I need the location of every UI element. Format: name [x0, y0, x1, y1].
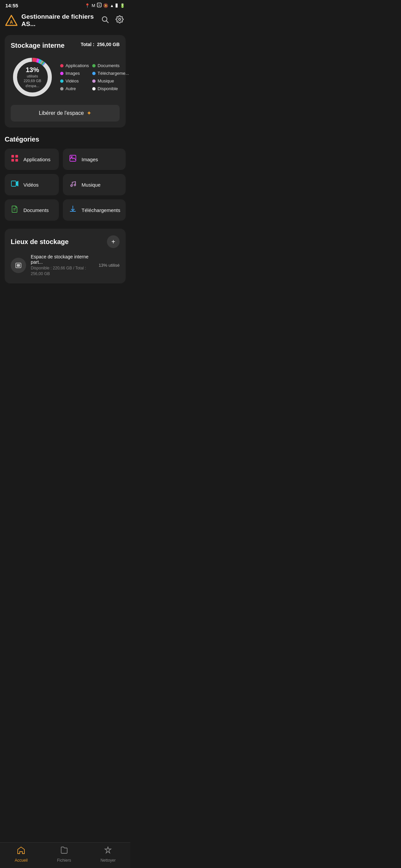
legend-label: Autre [65, 86, 76, 91]
nfc-icon: N [97, 3, 102, 8]
category-label: Documents [23, 207, 49, 213]
category-icon [10, 205, 19, 215]
storage-total: Total : 256,00 GB [81, 42, 120, 47]
categories-title: Catégories [5, 135, 126, 143]
battery-icon: 🔋 [120, 3, 125, 8]
app-title: Gestionnaire de fichiers AS... [21, 13, 95, 28]
status-icons: 📍 M N 🔕 ▲ ▊ 🔋 [85, 3, 125, 8]
settings-button[interactable] [114, 14, 125, 27]
categories-section: Catégories Applications Images [5, 135, 126, 221]
category-documents[interactable]: Documents [5, 199, 59, 221]
legend-dot [60, 72, 63, 75]
category-label: Images [82, 157, 98, 162]
legend-item: Musique [92, 79, 129, 84]
mute-icon: 🔕 [103, 3, 108, 8]
location-usage: 13% utilisé [98, 263, 120, 268]
legend-label: Téléchargeme... [97, 71, 129, 76]
svg-rect-22 [11, 181, 16, 186]
category-label: Vidéos [23, 182, 39, 188]
legend-item: Documents [92, 63, 129, 68]
legend-label: Disponible [97, 86, 118, 91]
svg-rect-18 [11, 159, 14, 162]
category-label: Applications [23, 157, 51, 162]
storage-locations-card: Lieux de stockage + Espace de stockage i… [5, 229, 126, 283]
svg-rect-16 [11, 155, 14, 158]
storage-body: 13% utilisés 220,69 GB d'espa... Applica… [11, 55, 120, 99]
sparkle-icon: ✦ [87, 110, 91, 117]
free-space-label: Libérer de l'espace [39, 110, 84, 116]
add-location-button[interactable]: + [107, 235, 120, 248]
svg-point-25 [74, 184, 76, 186]
status-time: 14:55 [5, 3, 18, 8]
storage-card: Stockage interne Total : 256,00 GB [5, 35, 126, 127]
svg-rect-29 [17, 265, 20, 267]
legend-dot [92, 72, 95, 75]
mail-icon: M [91, 3, 95, 8]
legend-label: Images [65, 71, 80, 76]
legend-dot [60, 87, 63, 90]
legend-dot [60, 80, 63, 83]
storage-card-title: Stockage interne [11, 42, 64, 50]
svg-point-24 [71, 185, 73, 187]
category-images[interactable]: Images [63, 149, 126, 170]
app-bar: A Gestionnaire de fichiers AS... [0, 10, 130, 31]
location-sub: Disponible : 220,66 GB / Total : 256,00 … [31, 266, 94, 277]
donut-center-text: 13% utilisés 220,69 GB d'espa... [22, 66, 44, 88]
legend-label: Vidéos [65, 79, 79, 84]
category-icon [10, 180, 19, 189]
svg-marker-23 [16, 181, 18, 186]
search-button[interactable] [99, 14, 110, 27]
legend-dot [92, 80, 95, 83]
category-icon [68, 205, 78, 215]
category-applications[interactable]: Applications [5, 149, 59, 170]
app-logo: A [5, 14, 18, 26]
main-content: Stockage interne Total : 256,00 GB [0, 31, 130, 317]
svg-rect-19 [16, 159, 18, 162]
category-téléchargements[interactable]: Téléchargements [63, 199, 126, 221]
locations-header: Lieux de stockage + [11, 235, 120, 248]
legend-grid: Applications Documents Images Télécharge… [60, 63, 129, 91]
legend-label: Musique [97, 79, 114, 84]
category-icon [68, 155, 78, 164]
locations-title: Lieux de stockage [11, 238, 68, 246]
svg-line-5 [107, 21, 109, 23]
free-space-button[interactable]: Libérer de l'espace ✦ [11, 105, 120, 122]
legend-item: Téléchargeme... [92, 71, 129, 76]
legend-item: Vidéos [60, 79, 89, 84]
legend-item: Disponible [92, 86, 129, 91]
legend-dot [92, 87, 95, 90]
svg-text:A: A [10, 19, 13, 25]
categories-grid: Applications Images Vidéos [5, 149, 126, 221]
svg-rect-17 [16, 155, 18, 158]
storage-header: Stockage interne Total : 256,00 GB [11, 42, 120, 50]
donut-chart: 13% utilisés 220,69 GB d'espa... [11, 55, 54, 99]
legend-item: Autre [60, 86, 89, 91]
signal-icon: ▊ [116, 4, 118, 7]
legend-item: Images [60, 71, 89, 76]
location-info: Espace de stockage interne part... Dispo… [31, 254, 94, 277]
legend-dot [60, 64, 63, 67]
legend-label: Documents [97, 63, 120, 68]
status-bar: 14:55 📍 M N 🔕 ▲ ▊ 🔋 [0, 0, 130, 10]
category-icon [10, 155, 19, 164]
location-item: Espace de stockage interne part... Dispo… [11, 254, 120, 277]
location-icon: 📍 [85, 3, 90, 8]
category-vidéos[interactable]: Vidéos [5, 174, 59, 195]
category-label: Téléchargements [82, 207, 120, 213]
category-icon [68, 180, 78, 189]
legend-label: Applications [65, 63, 89, 68]
svg-point-6 [119, 18, 121, 20]
category-label: Musique [82, 182, 101, 188]
location-name: Espace de stockage interne part... [31, 254, 94, 265]
svg-text:N: N [98, 4, 100, 6]
legend-dot [92, 64, 95, 67]
legend-item: Applications [60, 63, 89, 68]
location-icon [11, 258, 26, 273]
category-musique[interactable]: Musique [63, 174, 126, 195]
wifi-icon: ▲ [110, 3, 114, 8]
